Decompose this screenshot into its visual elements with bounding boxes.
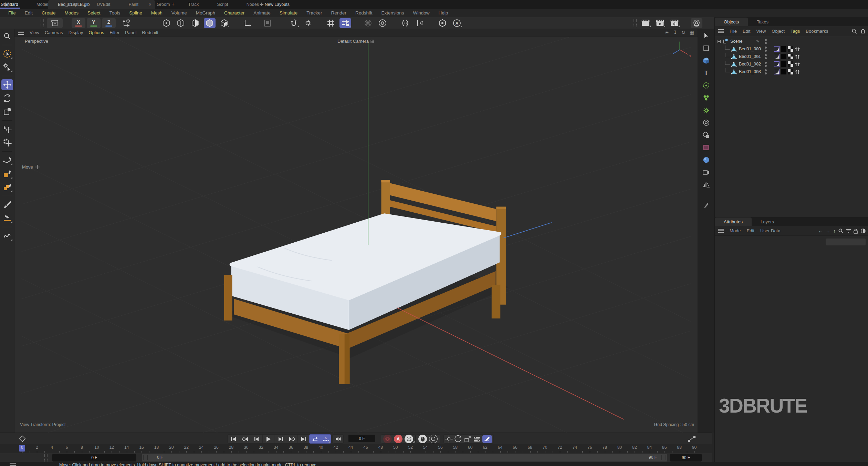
axis-lock-button[interactable]: Z (102, 18, 116, 28)
om-menu-item[interactable]: View (756, 29, 766, 34)
render-view-button[interactable] (640, 18, 651, 28)
menu-item[interactable]: Mesh (149, 10, 165, 16)
layout-tab[interactable]: Sculpt (66, 1, 79, 8)
scale-tool-button[interactable] (1, 106, 13, 117)
move-tool-button[interactable] (1, 79, 13, 90)
render-to-pv-button[interactable] (654, 18, 666, 28)
menu-item[interactable]: Window (411, 10, 431, 16)
spline-primitive-button[interactable] (1, 168, 13, 179)
soft-selection-button[interactable] (362, 18, 374, 28)
menu-item[interactable]: Extensions (379, 10, 406, 16)
viewport-menu-item[interactable]: Cameras (45, 30, 63, 35)
menu-item[interactable]: Character (222, 10, 247, 16)
keyframe-selection-button[interactable] (418, 435, 427, 443)
object-row[interactable]: Bed01_002 ✎ (715, 60, 868, 68)
back-icon[interactable]: ← (818, 228, 823, 234)
axis-lock-button[interactable]: X (72, 18, 85, 28)
manager-tab[interactable]: Layers (752, 217, 783, 226)
layout-tab[interactable]: Nodes (246, 1, 260, 8)
mirror-tool-button[interactable] (701, 180, 712, 189)
uvw-tag-icon[interactable] (788, 61, 793, 67)
viewport-menu-item[interactable]: Filter (109, 30, 119, 35)
timeline-drag-handle[interactable] (44, 454, 48, 462)
deformer-button[interactable] (701, 131, 712, 140)
menu-item[interactable]: Edit (23, 10, 35, 16)
sketch-tool-button[interactable] (1, 230, 13, 241)
material-tag-icon[interactable] (781, 46, 786, 52)
edit-pencil-icon[interactable]: ✎ (756, 54, 760, 59)
snap-settings-button[interactable] (302, 18, 314, 28)
menu-item[interactable]: Help (436, 10, 450, 16)
normal-tag-icon[interactable] (795, 54, 800, 59)
visibility-dots[interactable] (765, 62, 767, 67)
edit-pencil-icon[interactable]: ✎ (756, 39, 760, 44)
phong-tag-icon[interactable] (774, 69, 780, 74)
keyframe-diamond-icon[interactable] (19, 435, 26, 442)
play-button[interactable] (263, 435, 274, 443)
status-menu-icon[interactable] (10, 463, 16, 466)
frame-button[interactable] (701, 44, 712, 53)
key-rotation-icon[interactable] (454, 435, 462, 443)
hamburger-icon[interactable] (18, 31, 24, 35)
snap-button[interactable] (288, 18, 300, 28)
viewport-solo-button[interactable] (437, 18, 448, 28)
toolbar-drag-handle[interactable] (41, 19, 44, 27)
viewport-menu-item[interactable]: View (30, 30, 39, 35)
normal-tag-icon[interactable] (795, 61, 800, 67)
object-row[interactable]: Bed01_000 ✎ (715, 45, 868, 53)
fcurve-snapshot-icon[interactable] (688, 436, 696, 442)
material-tag-icon[interactable] (781, 69, 786, 74)
menu-item[interactable]: Volume (169, 10, 189, 16)
normal-tag-icon[interactable] (795, 46, 800, 52)
download-view-icon[interactable]: ↧ (673, 30, 677, 35)
camera-label[interactable]: Default Camera (337, 39, 374, 44)
axis-modify-button[interactable] (414, 18, 426, 28)
range-slider-left-grip[interactable] (143, 455, 148, 460)
camera-object-button[interactable] (701, 168, 712, 177)
menu-item[interactable]: Redshift (353, 10, 375, 16)
attribute-filter-field[interactable] (826, 239, 866, 245)
search-icon[interactable] (838, 229, 843, 233)
selection-cursor-button[interactable] (701, 31, 712, 40)
edges-mode-button[interactable] (175, 18, 187, 28)
uvw-tag-icon[interactable] (788, 69, 793, 74)
live-selection-button[interactable] (1, 48, 13, 59)
polygons-mode-button[interactable] (189, 18, 201, 28)
falloff-settings-button[interactable] (377, 18, 388, 28)
points-mode-button[interactable] (160, 18, 172, 28)
pen-panel-button[interactable] (701, 201, 712, 210)
tab-close-icon[interactable]: × (149, 2, 151, 7)
layout-tab[interactable]: Model (36, 1, 49, 8)
new-layout-button[interactable]: New Layouts (264, 1, 290, 8)
om-menu-item[interactable]: Tags (791, 29, 800, 34)
key-position-icon[interactable] (445, 435, 453, 443)
layout-tab[interactable]: Standard (0, 1, 19, 8)
key-pla-button[interactable] (482, 435, 492, 443)
goto-end-button[interactable] (298, 435, 309, 443)
viewport-menu-item[interactable]: Redshift (142, 30, 158, 35)
key-scale-icon[interactable] (464, 435, 471, 443)
hamburger-icon[interactable] (718, 29, 724, 33)
prev-frame-button[interactable] (251, 435, 263, 443)
edit-pencil-icon[interactable]: ✎ (756, 62, 760, 67)
menu-item[interactable]: Tools (107, 10, 123, 16)
hamburger-icon[interactable] (718, 229, 724, 233)
phong-tag-icon[interactable] (774, 46, 780, 52)
render-region-button[interactable] (262, 18, 273, 28)
model-mode-button[interactable] (204, 18, 216, 28)
manager-tab[interactable]: Attributes (715, 217, 752, 226)
edit-pencil-icon[interactable]: ✎ (756, 47, 760, 51)
primitive-cube-button[interactable] (1, 182, 13, 193)
render-settings-button[interactable] (669, 18, 680, 28)
compare-icon[interactable] (861, 229, 866, 233)
key-parameter-icon[interactable] (473, 436, 481, 442)
keying-rotation-button[interactable] (429, 435, 438, 443)
material-tag-icon[interactable] (781, 61, 786, 67)
om-menu-item[interactable]: Bookmarks (806, 29, 828, 34)
visibility-dots[interactable] (765, 54, 767, 59)
menu-item[interactable]: File (6, 10, 18, 16)
render-asset-button[interactable] (701, 143, 712, 152)
play-range-icon[interactable]: A (322, 436, 329, 442)
sphere-object-button[interactable] (701, 155, 712, 164)
annotation-button[interactable]: A (451, 18, 463, 28)
